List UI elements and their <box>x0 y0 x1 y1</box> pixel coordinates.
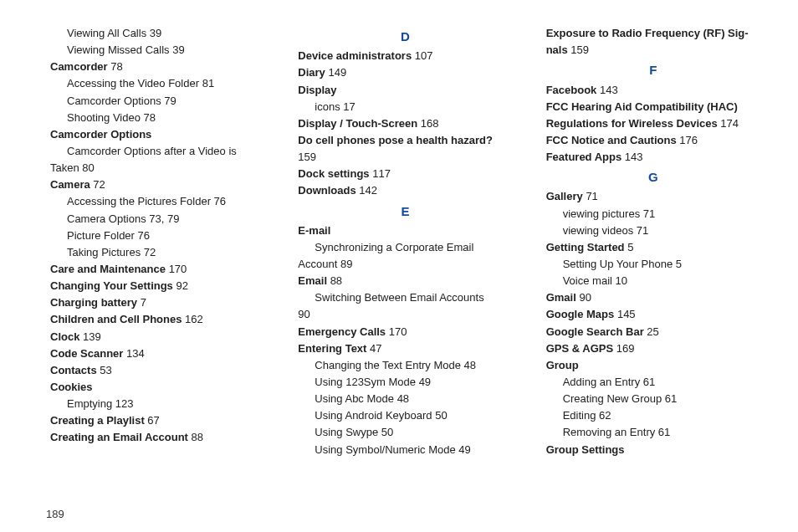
index-entry-text: Accessing the Pictures Folder <box>67 195 211 207</box>
index-entry: Group Settings <box>546 442 760 458</box>
section-letter: D <box>298 27 512 46</box>
index-entry: Viewing Missed Calls 39 <box>50 42 264 59</box>
index-entry: Contacts 53 <box>50 362 264 379</box>
index-entry-text: Viewing All Calls <box>67 27 146 39</box>
index-entry-text: Contacts <box>50 364 97 376</box>
index-entry-text: Getting Started <box>546 241 625 253</box>
index-entry: Viewing All Calls 39 <box>50 25 264 42</box>
page-number: 189 <box>46 508 64 520</box>
index-entry: Changing Your Settings 92 <box>50 278 264 294</box>
index-entry-text: Taken <box>50 161 79 174</box>
index-entry: Diary 149 <box>298 64 512 81</box>
index-entry-text: Charging battery <box>50 296 137 309</box>
index-entry-text: Camera <box>50 178 90 191</box>
index-entry-page: 73, 79 <box>149 212 179 225</box>
index-entry: Using Android Keyboard 50 <box>298 407 512 424</box>
index-entry-text: Entering Text <box>298 342 366 355</box>
index-entry-text: Email <box>298 274 327 287</box>
index-entry-page: 53 <box>100 364 111 376</box>
index-entry-text: GPS & AGPS <box>546 342 613 355</box>
index-entry: Creating an Email Account 88 <box>50 429 264 446</box>
index-entry-text: Downloads <box>298 184 356 197</box>
index-entry: FCC Hearing Aid Compatibility (HAC) <box>546 99 760 115</box>
index-column: DDevice administrators 107Diary 149Displ… <box>298 25 512 493</box>
index-entry: icons 17 <box>298 99 512 115</box>
index-entry-page: 78 <box>110 60 122 73</box>
index-entry-text: Featured Apps <box>546 151 622 163</box>
index-entry: Display <box>298 82 512 99</box>
index-entry-page: 143 <box>600 84 618 96</box>
index-entry-page: 48 <box>397 392 409 405</box>
index-entry: Camera Options 73, 79 <box>50 211 264 228</box>
index-entry: Children and Cell Phones 162 <box>50 311 264 328</box>
index-entry-page: 142 <box>359 184 377 197</box>
index-entry-text: Camcorder Options after a Video is <box>67 145 237 157</box>
index-entry-text: Adding an Entry <box>563 376 641 388</box>
index-entry-text: Emptying <box>67 397 112 410</box>
index-entry: Accessing the Video Folder 81 <box>50 75 264 92</box>
index-entry-page: 5 <box>676 258 682 270</box>
index-entry-text: Camcorder Options <box>50 128 151 141</box>
index-entry: Picture Folder 76 <box>50 228 264 244</box>
index-column: Viewing All Calls 39Viewing Missed Calls… <box>50 25 264 493</box>
index-entry: Camcorder Options 79 <box>50 93 264 110</box>
index-entry-page: 80 <box>82 161 94 174</box>
index-entry-page: 7 <box>141 296 146 309</box>
index-entry-text: Camera Options <box>67 212 146 225</box>
index-entry-page: 169 <box>616 342 635 355</box>
index-entry-page: 62 <box>599 409 611 422</box>
index-entry-text: Using Abc Mode <box>315 392 394 405</box>
index-entry: Device administrators 107 <box>298 48 512 64</box>
index-entry-page: 5 <box>627 241 633 253</box>
index-entry-page: 159 <box>570 43 589 56</box>
index-columns: Viewing All Calls 39Viewing Missed Calls… <box>50 25 760 493</box>
index-entry-text: Cookies <box>50 381 93 393</box>
index-entry-text: Taking Pictures <box>67 246 141 258</box>
index-entry-page: 39 <box>172 43 184 56</box>
index-entry: Account 89 <box>298 256 512 273</box>
index-entry: Code Scanner 134 <box>50 345 264 362</box>
index-entry: Do cell phones pose a health hazard? <box>298 132 512 149</box>
index-entry-text: Creating an Email Account <box>50 431 188 443</box>
index-entry: Getting Started 5 <box>546 239 760 256</box>
index-entry: Group <box>546 357 760 374</box>
index-entry-text: Device administrators <box>298 49 412 62</box>
section-letter: E <box>298 202 512 221</box>
index-entry: Camera 72 <box>50 176 264 193</box>
index-entry: Setting Up Your Phone 5 <box>546 256 760 273</box>
index-entry-text: Creating New Group <box>563 392 662 405</box>
index-entry-text: Synchronizing a Corporate Email <box>315 241 473 253</box>
index-entry-page: 50 <box>435 409 447 422</box>
index-entry-page: 10 <box>616 274 627 287</box>
index-page: Viewing All Calls 39Viewing Missed Calls… <box>0 0 798 532</box>
index-entry: Using Abc Mode 48 <box>298 391 512 407</box>
index-entry-page: 134 <box>126 347 145 360</box>
index-entry-text: E-mail <box>298 224 330 237</box>
index-entry-text: Dock settings <box>298 167 369 180</box>
index-entry: Gallery 71 <box>546 188 760 205</box>
index-entry: Cookies <box>50 379 264 396</box>
index-entry: Emergency Calls 170 <box>298 324 512 340</box>
index-entry-page: 92 <box>176 279 187 292</box>
index-entry: Accessing the Pictures Folder 76 <box>50 193 264 210</box>
index-entry: 90 <box>298 306 512 323</box>
index-entry: Voice mail 10 <box>546 273 760 289</box>
index-entry-page: 90 <box>298 308 309 320</box>
index-entry-page: 176 <box>679 134 698 146</box>
index-entry-text: Display / Touch-Screen <box>298 117 417 130</box>
index-entry: viewing videos 71 <box>546 223 760 239</box>
index-entry: Dock settings 117 <box>298 166 512 182</box>
index-entry: Care and Maintenance 170 <box>50 261 264 278</box>
index-entry-text: Using Swype <box>315 426 378 438</box>
index-entry-page: 61 <box>665 392 677 405</box>
index-entry: Synchronizing a Corporate Email <box>298 239 512 256</box>
index-entry-page: 72 <box>144 246 156 258</box>
index-entry-text: Group Settings <box>546 443 625 456</box>
index-entry: Regulations for Wireless Devices 174 <box>546 115 760 132</box>
index-entry-page: 88 <box>192 431 203 443</box>
index-entry-page: 71 <box>637 224 648 237</box>
index-entry: Exposure to Radio Frequency (RF) Sig- <box>546 25 760 42</box>
index-entry-page: 47 <box>370 342 381 355</box>
index-entry-page: 81 <box>202 77 214 90</box>
index-entry-text: Shooting Video <box>67 111 141 124</box>
